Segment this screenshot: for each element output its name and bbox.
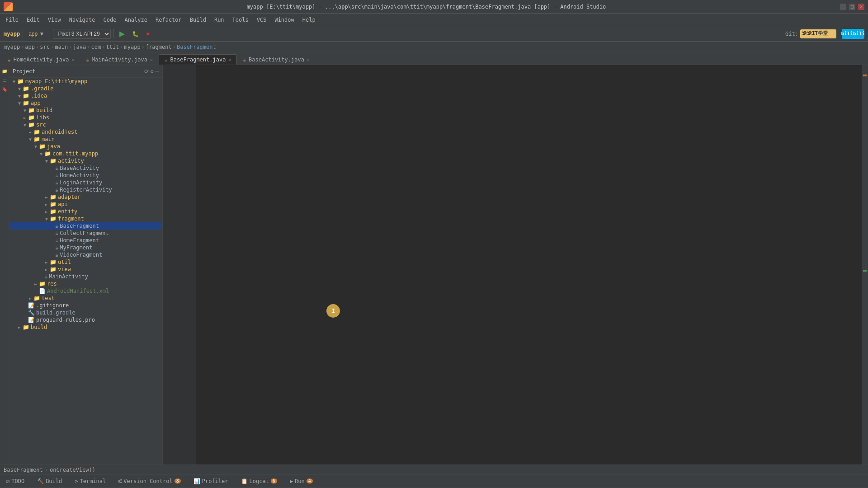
menu-help[interactable]: Help (299, 15, 319, 24)
tree-item-res[interactable]: ► 📁 res (9, 280, 162, 287)
sync-icon[interactable]: ⟳ (144, 68, 149, 75)
project-label: Project (13, 68, 36, 75)
title-controls: – □ × (840, 4, 864, 10)
bc-com[interactable]: com (91, 44, 101, 50)
menu-analyze[interactable]: Analyze (121, 15, 151, 24)
bottom-tab-todo[interactable]: ☑TODO (4, 476, 27, 486)
tab-close-0[interactable]: ✕ (71, 57, 74, 62)
watermark-logo: 途途IT学堂 (800, 29, 836, 38)
tree-item-src[interactable]: ▼ 📁 src (9, 121, 162, 128)
tree-item-androidtest[interactable]: ► 📁 androidTest (9, 128, 162, 136)
menu-file[interactable]: File (2, 15, 22, 24)
bc-basefragment[interactable]: BaseFragment (177, 44, 216, 50)
tree-item-java[interactable]: ▼ 📁 java (9, 143, 162, 150)
menu-code[interactable]: Code (100, 15, 120, 24)
tree-item-idea[interactable]: ▼ 📁 .idea (9, 92, 162, 99)
bc-myapp[interactable]: myapp (4, 44, 20, 50)
tree-item-buildgradle[interactable]: 🔧 build.gradle (9, 309, 162, 316)
tree-item-videofragment[interactable]: ☕ VideoFragment (9, 251, 162, 258)
gutter-line-20 (163, 67, 174, 76)
bottom-tab-profiler[interactable]: 📊Profiler (191, 476, 231, 486)
menu-refactor[interactable]: Refactor (152, 15, 185, 24)
settings-icon[interactable]: ⚙ (151, 68, 154, 75)
tree-item-baseactivity[interactable]: ☕ BaseActivity (9, 164, 162, 172)
bc-myapp2[interactable]: myapp (124, 44, 141, 50)
bottom-tab-run[interactable]: ▶Run4 (287, 476, 316, 486)
tree-item-activity[interactable]: ▼ 📁 activity (9, 157, 162, 164)
minimize-button[interactable]: – (840, 4, 846, 10)
bc-bottom-basefragment[interactable]: BaseFragment (4, 467, 43, 473)
menu-bar: FileEditViewNavigateCodeAnalyzeRefactorB… (0, 14, 868, 26)
tree-item-gradle[interactable]: ▼ 📁 .gradle (9, 85, 162, 92)
bc-java[interactable]: java (73, 44, 86, 50)
bc-src[interactable]: src (40, 44, 50, 50)
menu-run[interactable]: Run (211, 15, 228, 24)
tree-item-myfragment[interactable]: ☕ MyFragment (9, 244, 162, 251)
bc-ttit[interactable]: ttit (106, 44, 119, 50)
bc-app[interactable]: app (25, 44, 35, 50)
device-selector[interactable]: Pixel 3 XL API 29 (53, 29, 111, 39)
tree-item-collectfragment[interactable]: ☕ CollectFragment (9, 230, 162, 237)
left-sidebar-icons: 📁 🗂 🔖 (0, 65, 9, 465)
tree-item-api[interactable]: ► 📁 api (9, 201, 162, 208)
tab-basefragment[interactable]: ☕BaseFragment.java✕ (159, 54, 237, 65)
bottom-tab-terminal[interactable]: >Terminal (72, 476, 108, 486)
bc-bottom-oncreateview[interactable]: onCreateView() (50, 467, 95, 473)
bottom-tab-logcat[interactable]: 📋Logcat6 (238, 476, 280, 486)
maximize-button[interactable]: □ (849, 4, 855, 10)
tree-item-test[interactable]: ► 📁 test (9, 295, 162, 302)
toolbar-run-config[interactable]: app ▼ (26, 30, 47, 38)
bottom-tab-version-control[interactable]: ⑆Version Control8 (116, 476, 183, 486)
tree-item-view[interactable]: ► 📁 view (9, 266, 162, 273)
tab-homeactivity[interactable]: ☕HomeActivity.java✕ (2, 54, 80, 65)
tab-mainactivity[interactable]: ☕MainActivity.java✕ (80, 54, 158, 65)
tree-item-homeactivity[interactable]: ☕ HomeActivity (9, 172, 162, 179)
tree-item-entity[interactable]: ► 📁 entity (9, 208, 162, 215)
tree-item-gitignore[interactable]: 📝 .gitignore (9, 302, 162, 309)
tree-item-util[interactable]: ► 📁 util (9, 258, 162, 266)
tree-item-basefragment[interactable]: ☕ BaseFragment (9, 222, 162, 230)
menu-vcs[interactable]: VCS (253, 15, 270, 24)
menu-window[interactable]: Window (271, 15, 297, 24)
bc-fragment[interactable]: fragment (146, 44, 172, 50)
menu-edit[interactable]: Edit (23, 15, 43, 24)
tree-item-loginactivity[interactable]: ☕ LoginActivity (9, 179, 162, 186)
tab-baseactivity[interactable]: ☕BaseActivity.java✕ (237, 54, 315, 65)
bookmark-icon[interactable]: 🔖 (1, 87, 8, 94)
tree-item-homefragment[interactable]: ☕ HomeFragment (9, 237, 162, 244)
code-content[interactable]: I (196, 65, 862, 465)
tree-item-mainactivity[interactable]: ☕ MainActivity (9, 273, 162, 280)
tab-close-2[interactable]: ✕ (228, 57, 231, 62)
project-icon[interactable]: 📁 (1, 69, 8, 76)
tree-item-main[interactable]: ▼ 📁 main (9, 136, 162, 143)
close-button[interactable]: × (858, 4, 864, 10)
menu-view[interactable]: View (44, 15, 65, 24)
right-scrollbar[interactable] (862, 65, 868, 465)
bc-main[interactable]: main (55, 44, 68, 50)
menu-tools[interactable]: Tools (229, 15, 252, 24)
debug-button[interactable]: 🐛 (129, 30, 142, 38)
bottom-tab-build[interactable]: 🔨Build (34, 476, 65, 486)
menu-build[interactable]: Build (186, 15, 210, 24)
tree-item-androidmanifestxml[interactable]: 📄 AndroidManifest.xml (9, 287, 162, 295)
tree-item-build[interactable]: ► 📁 build (9, 324, 162, 331)
collapse-icon[interactable]: ─ (156, 68, 159, 75)
tree-item-adapter[interactable]: ► 📁 adapter (9, 193, 162, 201)
toolbar-separator-2 (50, 29, 50, 38)
tree-item-fragment[interactable]: ▼ 📁 fragment (9, 215, 162, 222)
stop-button[interactable]: ■ (143, 30, 152, 38)
tree-item-proguardrulespro[interactable]: 📝 proguard-rules.pro (9, 316, 162, 324)
structure-icon[interactable]: 🗂 (1, 78, 8, 85)
tree-item-registeractivity[interactable]: ☕ RegisterActivity (9, 186, 162, 193)
sidebar: Project ⟳ ⚙ ─ ▼ 📁 myapp E:\ttit\myapp ▼ … (9, 65, 163, 465)
file-tree: ▼ 📁 myapp E:\ttit\myapp ▼ 📁 .gradle ▼ 📁 … (9, 78, 162, 331)
tab-close-1[interactable]: ✕ (150, 57, 153, 62)
tree-item-myappettitmyapp[interactable]: ▼ 📁 myapp E:\ttit\myapp (9, 78, 162, 85)
tree-item-libs[interactable]: ► 📁 libs (9, 114, 162, 121)
tree-item-app[interactable]: ▼ 📁 app (9, 99, 162, 107)
tree-item-build[interactable]: ▼ 📁 build (9, 107, 162, 114)
menu-navigate[interactable]: Navigate (66, 15, 99, 24)
run-button[interactable]: ▶ (117, 28, 127, 39)
tab-close-3[interactable]: ✕ (307, 57, 310, 62)
tree-item-comttitmyapp[interactable]: ▼ 📁 com.ttit.myapp (9, 150, 162, 157)
